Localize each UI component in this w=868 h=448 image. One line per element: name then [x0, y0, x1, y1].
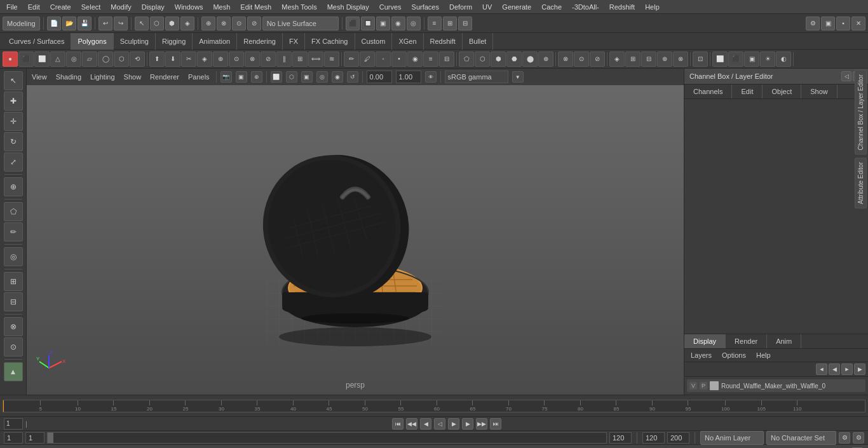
bb-settings2-btn[interactable]: ⚙ — [853, 432, 864, 444]
cube-btn[interactable]: ⬛ — [18, 51, 34, 67]
menu-item-generate[interactable]: Generate — [498, 2, 535, 12]
helix-btn[interactable]: ⟲ — [130, 51, 145, 67]
textured-btn[interactable]: ▣ — [744, 51, 759, 67]
camera-icon-btn[interactable]: 📷 — [220, 71, 232, 83]
move-tool-btn[interactable]: ✛ — [4, 112, 23, 131]
anim5-btn[interactable]: ⬤ — [522, 51, 538, 67]
play-back-btn[interactable]: ◁ — [434, 418, 445, 430]
snap1-btn[interactable]: ⊕ — [201, 17, 215, 31]
display5-btn[interactable]: ◉ — [332, 71, 343, 83]
connect-btn[interactable]: ⊗ — [245, 51, 260, 67]
prism-btn[interactable]: ⬡ — [114, 51, 129, 67]
settings-btn[interactable]: ⚙ — [806, 17, 820, 31]
tab-rigging[interactable]: Rigging — [156, 33, 193, 50]
menu-item-redshift[interactable]: Redshift — [606, 2, 639, 12]
paint-sel-btn[interactable]: ✏ — [4, 222, 23, 241]
layer-item[interactable]: V P Round_Waffle_Maker_with_Waffle_0 — [687, 379, 865, 392]
tab-curves_surfaces[interactable]: Curves / Surfaces — [3, 33, 71, 50]
layer-next2-btn[interactable]: ▶ — [854, 363, 865, 375]
paint-btn[interactable]: ⬢ — [165, 17, 179, 31]
bb-end-frame[interactable] — [609, 432, 632, 444]
bb-range-end[interactable] — [642, 432, 665, 444]
misc1-btn[interactable]: ≡ — [428, 17, 442, 31]
options-subtab[interactable]: Options — [718, 350, 750, 360]
snap-grid-btn[interactable]: ⊗ — [4, 317, 23, 336]
rotation-x-field[interactable] — [367, 71, 392, 83]
paint-select-btn[interactable]: ✚ — [4, 92, 23, 111]
deform2-btn[interactable]: ⊙ — [574, 51, 589, 67]
tab-bullet[interactable]: Bullet — [463, 33, 494, 50]
bevel-btn[interactable]: ◈ — [197, 51, 212, 67]
tab-polygons[interactable]: Polygons — [71, 33, 113, 50]
attribute-editor-tab[interactable]: Attribute Editor — [855, 158, 867, 208]
multi-transform-btn[interactable]: ⊟ — [4, 292, 23, 311]
anim1-btn[interactable]: ⬠ — [459, 51, 474, 67]
insert-loop-btn[interactable]: ∥ — [276, 51, 292, 67]
show-manipulator-btn[interactable]: ⊕ — [4, 177, 23, 196]
layer-next-btn[interactable]: ► — [841, 363, 853, 375]
multi-cut-btn[interactable]: ✂ — [181, 51, 196, 67]
camera-btn[interactable]: ▲ — [4, 362, 23, 381]
step-fwd-btn[interactable]: ▶▶ — [476, 418, 487, 430]
rp-expand-btn[interactable]: ◁ — [841, 71, 851, 81]
flip-btn[interactable]: ⟺ — [308, 51, 323, 67]
layers-subtab[interactable]: Layers — [687, 350, 715, 360]
anim4-btn[interactable]: ⬣ — [506, 51, 522, 67]
menu-item-modify[interactable]: Modify — [107, 2, 135, 12]
transform-btn[interactable]: ⊞ — [4, 272, 23, 291]
bridge-btn[interactable]: ⬇ — [165, 51, 180, 67]
color-space-dropdown[interactable]: sRGB gamma — [445, 71, 508, 83]
display2-btn[interactable]: ⬡ — [286, 71, 297, 83]
tab-redshift[interactable]: Redshift — [424, 33, 463, 50]
menu-item-uv[interactable]: UV — [478, 2, 496, 12]
resolution-btn[interactable]: ▣ — [236, 71, 247, 83]
layout1-btn[interactable]: ▣ — [821, 17, 835, 31]
lights-btn[interactable]: ☀ — [760, 51, 775, 67]
snap3-btn[interactable]: ⊙ — [232, 17, 246, 31]
misc-btn5[interactable]: ⊗ — [673, 51, 688, 67]
cylinder-btn[interactable]: ⬜ — [34, 51, 50, 67]
progress-bar[interactable] — [47, 432, 607, 444]
menu-item-edit_mesh[interactable]: Edit Mesh — [236, 2, 275, 12]
menu-item-cache[interactable]: Cache — [538, 2, 566, 12]
merge-btn[interactable]: ⊕ — [213, 51, 228, 67]
render3-btn[interactable]: ▣ — [376, 17, 390, 31]
render5-btn[interactable]: ◎ — [407, 17, 421, 31]
menu-item-file[interactable]: File — [3, 2, 22, 12]
deform1-btn[interactable]: ⊗ — [558, 51, 573, 67]
display6-btn[interactable]: ↺ — [347, 71, 358, 83]
anim-layer-dropdown[interactable]: No Anim Layer — [700, 431, 764, 445]
snap2-btn[interactable]: ⊗ — [217, 17, 231, 31]
object-tab[interactable]: Object — [763, 85, 801, 98]
display4-btn[interactable]: ◎ — [316, 71, 328, 83]
brush5-btn[interactable]: ◉ — [407, 51, 423, 67]
viewport[interactable]: View Shading Lighting Show Renderer Pane… — [27, 69, 684, 395]
tab-fx_caching[interactable]: FX Caching — [305, 33, 355, 50]
timeline-ruler[interactable]: 5101520253035404550556065707580859095100… — [3, 400, 865, 412]
disk-btn[interactable]: ◯ — [98, 51, 113, 67]
show-tab[interactable]: Show — [801, 85, 837, 98]
fill-btn[interactable]: ⊙ — [229, 51, 244, 67]
shadows-btn[interactable]: ◐ — [776, 51, 791, 67]
panels-menu[interactable]: Panels — [186, 72, 212, 82]
edit-tab[interactable]: Edit — [732, 85, 763, 98]
display3-btn[interactable]: ▣ — [301, 71, 313, 83]
menu-item-help[interactable]: Help — [641, 2, 663, 12]
undo-btn[interactable]: ↩ — [98, 17, 112, 31]
tab-rendering[interactable]: Rendering — [237, 33, 283, 50]
render2-btn[interactable]: 🔲 — [361, 17, 375, 31]
prev-frame-btn[interactable]: ◀ — [420, 418, 431, 430]
tab-sculpting[interactable]: Sculpting — [114, 33, 156, 50]
show-menu[interactable]: Show — [121, 72, 144, 82]
smooth-btn[interactable]: ≋ — [324, 51, 339, 67]
no-live-surface-dropdown[interactable]: No Live Surface — [262, 17, 339, 31]
camera-mode-btn[interactable]: 👁 — [425, 71, 437, 83]
lighting-menu[interactable]: Lighting — [88, 72, 118, 82]
brush2-btn[interactable]: 🖊 — [360, 51, 375, 67]
mode-dropdown[interactable]: Modeling — [3, 17, 40, 31]
snap-point-btn[interactable]: ⊙ — [4, 337, 23, 356]
shading-menu[interactable]: Shading — [53, 72, 84, 82]
brush4-btn[interactable]: • — [391, 51, 407, 67]
help-subtab[interactable]: Help — [752, 350, 775, 360]
brush6-btn[interactable]: ≡ — [423, 51, 438, 67]
